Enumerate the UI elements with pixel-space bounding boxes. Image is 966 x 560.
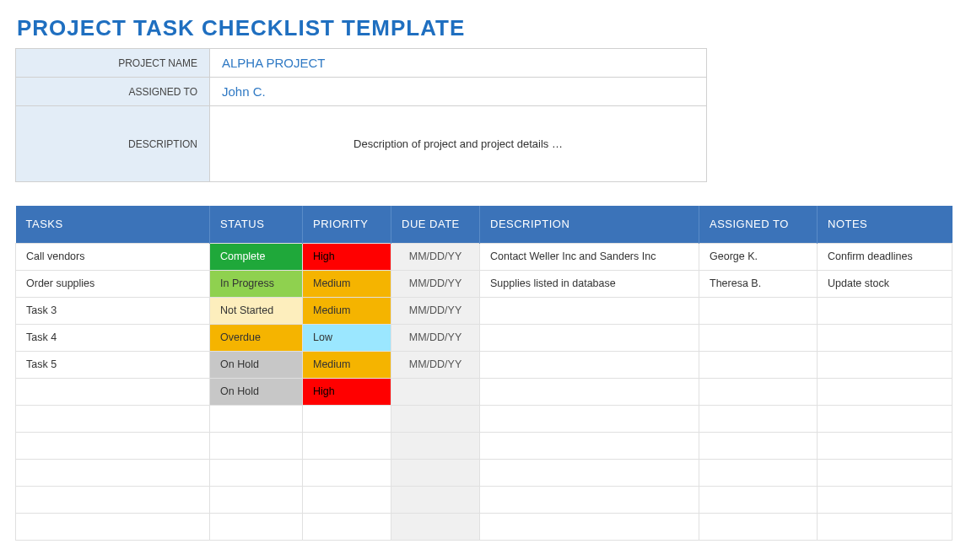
- cell-status[interactable]: In Progress: [210, 270, 303, 297]
- cell-priority[interactable]: [303, 405, 391, 432]
- cell-description[interactable]: [480, 486, 699, 513]
- cell-task[interactable]: Task 4: [16, 324, 210, 351]
- cell-description[interactable]: Contact Weller Inc and Sanders Inc: [480, 243, 699, 270]
- cell-status[interactable]: Complete: [210, 243, 303, 270]
- col-notes: NOTES: [818, 206, 953, 243]
- cell-description[interactable]: [480, 297, 699, 324]
- cell-task[interactable]: [16, 432, 210, 459]
- project-info: PROJECT NAME ALPHA PROJECT ASSIGNED TO J…: [15, 48, 707, 182]
- cell-description[interactable]: [480, 324, 699, 351]
- table-row: [16, 486, 953, 513]
- page-title: PROJECT TASK CHECKLIST TEMPLATE: [17, 15, 951, 41]
- cell-due-date[interactable]: MM/DD/YY: [391, 270, 480, 297]
- cell-status[interactable]: On Hold: [210, 351, 303, 378]
- col-assigned-to: ASSIGNED TO: [699, 206, 818, 243]
- table-row: Order suppliesIn ProgressMediumMM/DD/YYS…: [16, 270, 953, 297]
- cell-priority[interactable]: [303, 432, 391, 459]
- cell-due-date[interactable]: MM/DD/YY: [391, 297, 480, 324]
- cell-due-date[interactable]: [391, 486, 480, 513]
- cell-task[interactable]: Call vendors: [16, 243, 210, 270]
- cell-due-date[interactable]: [391, 432, 480, 459]
- cell-assigned[interactable]: [699, 486, 818, 513]
- col-priority: PRIORITY: [303, 206, 391, 243]
- cell-notes[interactable]: [818, 459, 953, 486]
- cell-task[interactable]: [16, 459, 210, 486]
- cell-status[interactable]: [210, 432, 303, 459]
- cell-priority[interactable]: Medium: [303, 297, 391, 324]
- cell-status[interactable]: Overdue: [210, 324, 303, 351]
- cell-assigned[interactable]: [699, 405, 818, 432]
- cell-task[interactable]: Task 3: [16, 297, 210, 324]
- cell-priority[interactable]: High: [303, 378, 391, 405]
- cell-notes[interactable]: [818, 513, 953, 540]
- table-row: On HoldHigh: [16, 378, 953, 405]
- cell-due-date[interactable]: MM/DD/YY: [391, 324, 480, 351]
- table-row: Call vendorsCompleteHighMM/DD/YYContact …: [16, 243, 953, 270]
- cell-description[interactable]: [480, 351, 699, 378]
- cell-task[interactable]: [16, 486, 210, 513]
- cell-priority[interactable]: Medium: [303, 270, 391, 297]
- cell-task[interactable]: Task 5: [16, 351, 210, 378]
- value-assigned-to[interactable]: John C.: [210, 78, 707, 106]
- cell-task[interactable]: [16, 405, 210, 432]
- cell-due-date[interactable]: MM/DD/YY: [391, 243, 480, 270]
- cell-priority[interactable]: Low: [303, 324, 391, 351]
- cell-notes[interactable]: Update stock: [818, 270, 953, 297]
- cell-notes[interactable]: [818, 432, 953, 459]
- cell-priority[interactable]: [303, 513, 391, 540]
- col-description: DESCRIPTION: [480, 206, 699, 243]
- cell-description[interactable]: [480, 405, 699, 432]
- cell-due-date[interactable]: [391, 405, 480, 432]
- cell-notes[interactable]: [818, 351, 953, 378]
- cell-due-date[interactable]: [391, 513, 480, 540]
- cell-notes[interactable]: [818, 378, 953, 405]
- table-row: Task 3Not StartedMediumMM/DD/YY: [16, 297, 953, 324]
- cell-priority[interactable]: [303, 486, 391, 513]
- cell-status[interactable]: [210, 486, 303, 513]
- cell-task[interactable]: Order supplies: [16, 270, 210, 297]
- cell-notes[interactable]: [818, 405, 953, 432]
- value-project-name[interactable]: ALPHA PROJECT: [210, 49, 707, 78]
- cell-due-date[interactable]: [391, 459, 480, 486]
- cell-status[interactable]: [210, 513, 303, 540]
- table-row: Task 4OverdueLowMM/DD/YY: [16, 324, 953, 351]
- cell-notes[interactable]: [818, 324, 953, 351]
- cell-description[interactable]: [480, 378, 699, 405]
- cell-status[interactable]: Not Started: [210, 297, 303, 324]
- cell-assigned[interactable]: [699, 297, 818, 324]
- cell-description[interactable]: [480, 513, 699, 540]
- cell-assigned[interactable]: [699, 459, 818, 486]
- cell-assigned[interactable]: [699, 324, 818, 351]
- cell-assigned[interactable]: [699, 432, 818, 459]
- cell-assigned[interactable]: [699, 351, 818, 378]
- cell-due-date[interactable]: MM/DD/YY: [391, 351, 480, 378]
- cell-assigned[interactable]: [699, 378, 818, 405]
- table-row: [16, 459, 953, 486]
- cell-priority[interactable]: Medium: [303, 351, 391, 378]
- task-table: TASKS STATUS PRIORITY DUE DATE DESCRIPTI…: [15, 206, 953, 541]
- cell-due-date[interactable]: [391, 378, 480, 405]
- cell-notes[interactable]: [818, 297, 953, 324]
- cell-status[interactable]: [210, 459, 303, 486]
- cell-assigned[interactable]: [699, 513, 818, 540]
- cell-assigned[interactable]: Theresa B.: [699, 270, 818, 297]
- col-tasks: TASKS: [16, 206, 210, 243]
- cell-status[interactable]: [210, 405, 303, 432]
- cell-notes[interactable]: Confirm deadlines: [818, 243, 953, 270]
- cell-description[interactable]: [480, 459, 699, 486]
- cell-description[interactable]: [480, 432, 699, 459]
- label-description: DESCRIPTION: [16, 106, 210, 182]
- cell-task[interactable]: [16, 513, 210, 540]
- cell-assigned[interactable]: George K.: [699, 243, 818, 270]
- cell-notes[interactable]: [818, 486, 953, 513]
- cell-task[interactable]: [16, 378, 210, 405]
- cell-priority[interactable]: High: [303, 243, 391, 270]
- value-description[interactable]: Description of project and project detai…: [210, 106, 707, 182]
- table-row: [16, 405, 953, 432]
- cell-description[interactable]: Supplies listed in database: [480, 270, 699, 297]
- cell-priority[interactable]: [303, 459, 391, 486]
- cell-status[interactable]: On Hold: [210, 378, 303, 405]
- table-row: [16, 513, 953, 540]
- col-due-date: DUE DATE: [391, 206, 480, 243]
- col-status: STATUS: [210, 206, 303, 243]
